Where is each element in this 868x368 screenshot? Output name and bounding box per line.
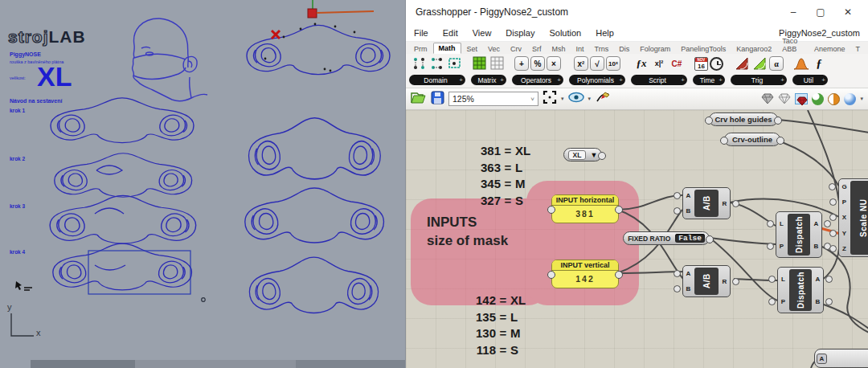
port-x[interactable]: X bbox=[842, 214, 846, 221]
expand-icon[interactable]: + bbox=[821, 76, 825, 84]
toggle-value[interactable]: False bbox=[675, 234, 705, 243]
preview-orange-ball-icon[interactable] bbox=[828, 93, 840, 105]
matrix-green-icon[interactable] bbox=[472, 55, 488, 72]
sine-triangle-icon[interactable] bbox=[734, 55, 750, 72]
mask-outline-right-3[interactable] bbox=[249, 257, 378, 313]
zoom-extents-icon[interactable] bbox=[542, 90, 557, 108]
cosine-triangle-icon[interactable] bbox=[751, 55, 768, 72]
port-a[interactable]: A bbox=[817, 354, 827, 364]
gh-canvas[interactable]: 381=XL 363=L 345=M 327=S 142=XL 135=L 13… bbox=[406, 110, 868, 368]
tab-int[interactable]: Int bbox=[571, 44, 589, 54]
port-l[interactable]: L bbox=[781, 276, 785, 283]
port-p[interactable]: P bbox=[842, 198, 846, 206]
gaussian-curve-icon[interactable] bbox=[793, 55, 809, 72]
open-file-icon[interactable] bbox=[411, 91, 427, 108]
gem-shaded-icon[interactable] bbox=[761, 93, 774, 104]
dropdown-caret[interactable]: ▾ bbox=[860, 96, 863, 102]
modulus-operator-icon[interactable]: % bbox=[530, 56, 545, 71]
tab-msh[interactable]: Msh bbox=[547, 44, 571, 54]
port-l[interactable]: L bbox=[780, 220, 784, 227]
mask-outline-right-1[interactable] bbox=[249, 118, 381, 179]
port-b[interactable]: B bbox=[686, 207, 691, 215]
port-b[interactable]: B bbox=[814, 243, 819, 250]
mask-outline-top[interactable] bbox=[247, 25, 390, 74]
component-division-2[interactable]: AB A/B R bbox=[682, 265, 731, 297]
tab-srf[interactable]: Srf bbox=[527, 44, 547, 54]
rhino-viewport[interactable]: strojLAB PiggyNOSE rouška z bavlněného p… bbox=[0, 0, 405, 368]
square-root-icon[interactable]: √ bbox=[590, 56, 604, 71]
port-r[interactable]: R bbox=[723, 278, 727, 285]
tab-overflow[interactable]: T bbox=[851, 44, 866, 54]
expand-icon[interactable]: + bbox=[780, 76, 784, 84]
crv-outline-param[interactable]: Crv-outline bbox=[724, 133, 780, 146]
menu-edit[interactable]: Edit bbox=[443, 28, 458, 38]
multiply-operator-icon[interactable]: × bbox=[547, 56, 561, 71]
mask-outline-krok3[interactable] bbox=[50, 195, 196, 243]
tab-math[interactable]: Math bbox=[433, 43, 461, 54]
sketch-pen-icon[interactable] bbox=[595, 91, 611, 107]
zoom-level-select[interactable]: 125%˅ bbox=[448, 92, 538, 106]
expand-icon[interactable]: + bbox=[719, 76, 723, 84]
mask-outline-krok1[interactable] bbox=[51, 98, 194, 143]
slider-input-vertical[interactable]: INPUT vertical 142 bbox=[551, 260, 619, 288]
tab-fologram[interactable]: Fologram bbox=[635, 44, 675, 54]
component-label[interactable]: A/B bbox=[694, 190, 719, 217]
toggle-fixed-ratio[interactable]: FIXED RATIO False bbox=[623, 231, 710, 245]
tab-vec[interactable]: Vec bbox=[483, 44, 505, 54]
minimize-button[interactable]: – bbox=[780, 6, 807, 18]
domain-icon-2[interactable] bbox=[429, 55, 445, 72]
component-label[interactable]: Dispatch bbox=[788, 214, 810, 256]
component-partial-bottom[interactable]: A bbox=[814, 349, 868, 368]
port-p[interactable]: P bbox=[781, 298, 785, 305]
toolbar-group-script[interactable]: Script+ bbox=[631, 75, 687, 85]
slider-input-horizontal[interactable]: INPUT horizontal 381 bbox=[551, 194, 619, 223]
toolbar-group-trig[interactable]: Trig+ bbox=[731, 75, 787, 85]
component-label[interactable]: Dispatch bbox=[789, 269, 812, 311]
evaluate-icon[interactable]: x|² bbox=[651, 55, 667, 72]
menu-help[interactable]: Help bbox=[596, 28, 614, 38]
dropdown-triangle-icon[interactable]: ▼ bbox=[590, 151, 597, 159]
domain-icon-1[interactable] bbox=[411, 55, 428, 72]
port-b[interactable]: B bbox=[816, 298, 821, 305]
toolbar-group-matrix[interactable]: Matrix+ bbox=[471, 75, 506, 85]
add-operator-icon[interactable]: + bbox=[514, 56, 529, 71]
toolbar-group-domain[interactable]: Domain+ bbox=[409, 75, 465, 85]
port-p[interactable]: P bbox=[780, 243, 784, 250]
expand-icon[interactable]: + bbox=[681, 76, 685, 84]
menu-display[interactable]: Display bbox=[506, 28, 534, 38]
expand-icon[interactable]: + bbox=[500, 76, 504, 84]
save-file-icon[interactable] bbox=[431, 91, 444, 108]
csharp-script-icon[interactable]: C# bbox=[669, 55, 685, 72]
port-a[interactable]: A bbox=[686, 192, 691, 199]
mask-outline-right-2[interactable] bbox=[245, 188, 384, 243]
tab-set[interactable]: Set bbox=[462, 44, 483, 54]
preview-green-ball-icon[interactable] bbox=[812, 93, 824, 105]
toolbar-group-util[interactable]: Util+ bbox=[792, 75, 828, 85]
component-dispatch-1[interactable]: LP Dispatch AB bbox=[776, 211, 822, 258]
alpha-angle-icon[interactable]: α bbox=[769, 56, 784, 71]
value-list-size[interactable]: XL ▼ bbox=[563, 148, 602, 162]
slider-value[interactable]: 381 bbox=[552, 206, 618, 223]
function-curve-icon[interactable]: ƒ bbox=[811, 55, 827, 72]
chevron-down-icon[interactable]: ˅ bbox=[530, 96, 534, 103]
component-division-1[interactable]: AB A/B R bbox=[682, 187, 731, 219]
gem-red-selected-icon[interactable] bbox=[795, 93, 808, 104]
value-list-selected[interactable]: XL bbox=[568, 150, 587, 160]
close-button[interactable]: ✕ bbox=[834, 6, 862, 18]
toolbar-group-time[interactable]: Time+ bbox=[693, 75, 725, 85]
calendar-icon[interactable]: NOV16 bbox=[694, 57, 708, 71]
log-icon[interactable]: 10ˣ bbox=[606, 56, 620, 71]
matrix-white-icon[interactable] bbox=[489, 55, 506, 72]
tab-tacoabb[interactable]: Taco ABB bbox=[777, 36, 809, 54]
menu-solution[interactable]: Solution bbox=[549, 28, 581, 38]
port-g[interactable]: G bbox=[841, 183, 846, 190]
title-bar[interactable]: Grasshopper - PiggyNose2_custom – ▢ ✕ bbox=[406, 0, 868, 24]
tab-panelingtools[interactable]: PanelingTools bbox=[676, 44, 731, 54]
menu-file[interactable]: File bbox=[414, 28, 428, 38]
expand-icon[interactable]: + bbox=[557, 76, 561, 84]
crv-hole-guides-param[interactable]: Crv hole guides bbox=[709, 112, 778, 126]
maximize-button[interactable]: ▢ bbox=[807, 6, 834, 18]
expression-icon[interactable]: ƒx bbox=[633, 55, 649, 72]
component-label[interactable]: A/B bbox=[694, 268, 719, 295]
dropdown-caret[interactable]: ▾ bbox=[561, 96, 564, 102]
